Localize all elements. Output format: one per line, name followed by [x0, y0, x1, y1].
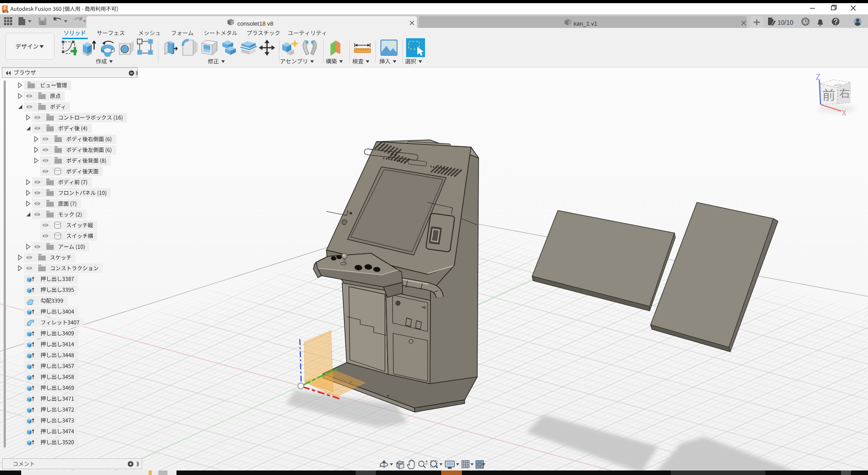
svg-text:360: 360: [4, 11, 7, 13]
svg-text:F: F: [4, 6, 6, 11]
